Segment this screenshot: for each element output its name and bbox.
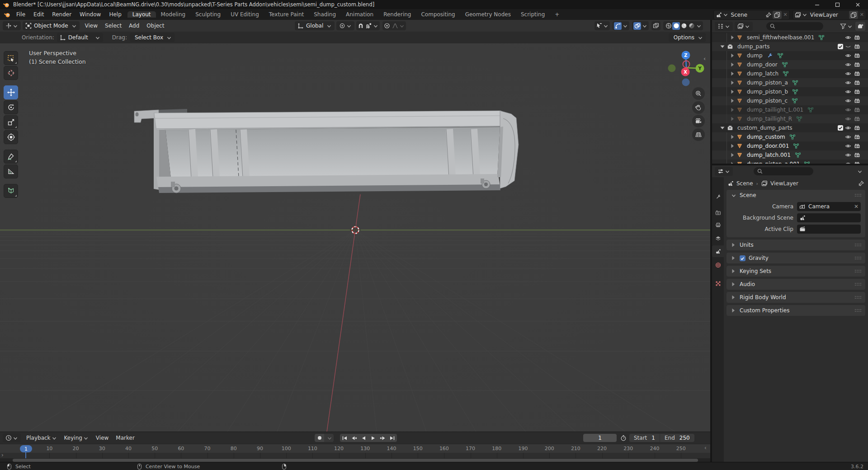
expand-arrow-icon[interactable]: [729, 34, 736, 41]
expand-arrow-icon[interactable]: [729, 89, 736, 95]
property-field-active-clip[interactable]: [797, 225, 861, 234]
rendered-shading-icon[interactable]: [688, 22, 695, 30]
property-field-camera[interactable]: Camera✕: [797, 202, 861, 211]
menu-file[interactable]: File: [12, 11, 29, 18]
play-reverse-button[interactable]: [359, 434, 368, 442]
hide-in-viewport-icon[interactable]: [845, 116, 851, 122]
outliner-item-label[interactable]: dump_door.001: [747, 143, 799, 149]
viewport-canvas[interactable]: Z Y X User Perspective (1) Scene Collect…: [0, 43, 710, 432]
tool-scale[interactable]: [4, 115, 18, 129]
viewport-menu-view[interactable]: View: [81, 23, 101, 29]
panel-header[interactable]: Rigid Body World: [726, 292, 865, 303]
tool-transform[interactable]: [4, 130, 18, 144]
auto-keying-button[interactable]: [315, 434, 324, 442]
gizmo-axis-neg-y[interactable]: [668, 65, 676, 72]
drag-handle-icon[interactable]: [854, 243, 862, 247]
timeline-menu-playback[interactable]: Playback: [23, 435, 61, 441]
tool-move[interactable]: [4, 85, 18, 99]
disable-in-renders-icon[interactable]: [854, 98, 860, 104]
disable-in-renders-icon[interactable]: [854, 107, 860, 113]
properties-tab-view-layer[interactable]: [712, 232, 724, 244]
dump-trailer-model[interactable]: [134, 109, 519, 193]
unlink-scene-icon[interactable]: ✕: [783, 12, 788, 18]
solid-shading-icon[interactable]: [672, 22, 680, 30]
end-frame-field[interactable]: End250: [660, 434, 694, 442]
sidebar-collapse-arrow[interactable]: ‹: [703, 55, 706, 62]
wireframe-shading-icon[interactable]: [665, 22, 672, 30]
timeline-expand-arrow[interactable]: ›: [1, 452, 4, 458]
falloff-icon[interactable]: [392, 23, 398, 29]
hide-in-viewport-icon[interactable]: [845, 52, 851, 59]
outliner-object-row[interactable]: dump_piston_b: [712, 87, 868, 96]
tool-add-cube[interactable]: [4, 184, 18, 198]
drag-handle-icon[interactable]: [854, 282, 862, 287]
drag-handle-icon[interactable]: [854, 269, 862, 273]
next-keyframe-button[interactable]: [378, 434, 387, 442]
clear-icon[interactable]: ✕: [854, 203, 859, 210]
start-frame-field[interactable]: Start1: [629, 434, 660, 442]
overlays-toggle[interactable]: [632, 21, 649, 30]
tab-geometry-nodes[interactable]: Geometry Nodes: [460, 11, 516, 18]
scene-name[interactable]: Scene: [731, 12, 763, 18]
properties-tab-scene[interactable]: [712, 245, 724, 257]
tab-uv-editing[interactable]: UV Editing: [226, 11, 264, 18]
nav-grid-button[interactable]: [692, 128, 705, 141]
viewport-menu-select[interactable]: Select: [101, 23, 125, 29]
timeline-collapse-arrow[interactable]: ‹: [704, 445, 707, 451]
hide-in-viewport-icon[interactable]: [845, 61, 851, 68]
disable-in-renders-icon[interactable]: [854, 134, 860, 140]
collection-checkbox[interactable]: [837, 125, 844, 131]
transform-orientation-selector[interactable]: Global: [295, 21, 335, 30]
outliner-object-row[interactable]: dump_latch: [712, 69, 868, 78]
timeline-track[interactable]: [0, 453, 710, 458]
tab-modeling[interactable]: Modeling: [156, 11, 191, 18]
nav-zoom-button[interactable]: [692, 87, 705, 100]
viewport-scene[interactable]: Z Y X: [0, 43, 710, 432]
breadcrumb-scene[interactable]: Scene: [736, 180, 753, 187]
drag-dropdown[interactable]: Select Box: [130, 33, 175, 42]
drag-handle-icon[interactable]: [854, 193, 862, 197]
outliner-object-row[interactable]: dump_taillight_L.001: [712, 105, 868, 114]
properties-options-icon[interactable]: [857, 169, 863, 174]
snap-target-icon[interactable]: [366, 23, 372, 29]
disable-in-renders-icon[interactable]: [854, 80, 860, 86]
outliner-item-label[interactable]: dump_latch: [747, 70, 789, 77]
tool-annotate[interactable]: [4, 150, 18, 164]
outliner-object-row[interactable]: dump_door: [712, 60, 868, 69]
tab-layout[interactable]: Layout: [127, 11, 156, 18]
material-preview-icon[interactable]: [680, 22, 688, 30]
expand-arrow-icon[interactable]: [729, 134, 736, 140]
gizmo-icon[interactable]: [614, 22, 622, 30]
tab-animation[interactable]: Animation: [341, 11, 378, 18]
outliner-item-label[interactable]: dump_latch.001: [747, 152, 801, 158]
hide-in-viewport-icon[interactable]: [845, 125, 851, 131]
minimize-button[interactable]: [807, 0, 827, 9]
timeline-editor-type[interactable]: [3, 433, 21, 442]
drag-handle-icon[interactable]: [854, 256, 862, 260]
timeline-ruler[interactable]: 1 10203040506070809010011012013014015016…: [0, 444, 710, 453]
disable-in-renders-icon[interactable]: [854, 152, 860, 158]
expand-arrow-icon[interactable]: [729, 116, 736, 122]
breadcrumb-viewlayer[interactable]: ViewLayer: [770, 180, 798, 187]
current-frame-marker[interactable]: 1: [20, 445, 32, 452]
disable-in-renders-icon[interactable]: [854, 70, 860, 77]
tab-sculpting[interactable]: Sculpting: [190, 11, 226, 18]
xray-toggle[interactable]: [651, 21, 660, 30]
viewlayer-selector[interactable]: ViewLayer ✕: [793, 10, 866, 20]
hide-in-viewport-icon[interactable]: [845, 70, 851, 77]
pivot-point-selector[interactable]: [336, 21, 354, 30]
outliner-object-row[interactable]: dump_door.001: [712, 141, 868, 150]
tab-compositing[interactable]: Compositing: [416, 11, 460, 18]
expand-arrow-icon[interactable]: [729, 61, 736, 68]
viewport-background[interactable]: [0, 43, 710, 432]
new-collection-button[interactable]: [855, 22, 865, 31]
outliner-item-label[interactable]: dump_taillight_R: [747, 116, 802, 122]
disable-in-renders-icon[interactable]: [854, 34, 860, 41]
tab-rendering[interactable]: Rendering: [378, 11, 416, 18]
outliner-item-label[interactable]: dump_door: [747, 61, 788, 68]
properties-editor-type[interactable]: [715, 167, 733, 176]
outliner-item-label[interactable]: dump_taillight_L.001: [747, 107, 814, 113]
tool-measure[interactable]: [4, 164, 18, 179]
properties-tab-output[interactable]: [712, 219, 724, 230]
overlays-icon[interactable]: [633, 22, 641, 30]
